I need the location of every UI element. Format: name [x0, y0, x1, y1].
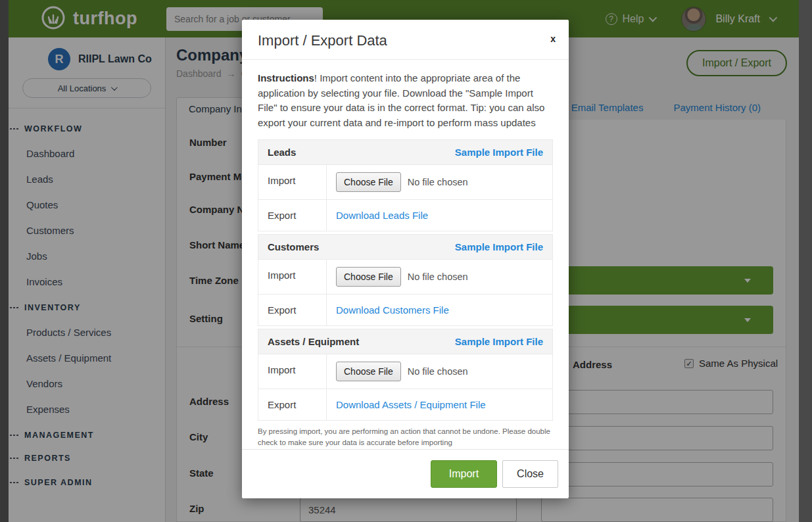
assets-import-export-table: Assets / Equipment Sample Import File Im… — [258, 329, 553, 421]
modal-import-button[interactable]: Import — [431, 460, 497, 488]
assets-no-file-chosen: No file chosen — [408, 366, 468, 377]
close-icon[interactable]: x — [550, 34, 556, 43]
leads-no-file-chosen: No file chosen — [408, 177, 468, 187]
modal-instructions: Instructions! Import content into the ap… — [258, 71, 553, 130]
import-export-modal: Import / Export Data x Instructions! Imp… — [242, 20, 569, 498]
leads-choose-file-button[interactable]: Choose File — [336, 172, 401, 192]
customers-sample-import-file-link[interactable]: Sample Import File — [455, 241, 543, 252]
leads-export-label: Export — [258, 200, 327, 231]
customers-export-label: Export — [258, 295, 327, 325]
customers-import-export-table: Customers Sample Import File Import Choo… — [258, 234, 553, 326]
download-customers-file-link[interactable]: Download Customers File — [336, 304, 449, 316]
leads-sample-import-file-link[interactable]: Sample Import File — [455, 147, 543, 158]
customers-import-label: Import — [258, 260, 327, 294]
modal-close-button[interactable]: Close — [502, 460, 558, 488]
assets-import-label: Import — [258, 354, 327, 389]
modal-title: Import / Export Data — [258, 32, 553, 49]
assets-section-title: Assets / Equipment — [268, 336, 359, 347]
assets-export-label: Export — [258, 389, 327, 420]
customers-no-file-chosen: No file chosen — [408, 272, 468, 282]
assets-sample-import-file-link[interactable]: Sample Import File — [455, 336, 543, 347]
instructions-lead: Instructions — [258, 72, 314, 83]
assets-choose-file-button[interactable]: Choose File — [336, 362, 401, 381]
leads-import-export-table: Leads Sample Import File Import Choose F… — [258, 139, 553, 231]
leads-import-label: Import — [258, 165, 327, 199]
download-leads-file-link[interactable]: Download Leads File — [336, 210, 428, 221]
customers-choose-file-button[interactable]: Choose File — [336, 267, 401, 287]
leads-section-title: Leads — [268, 147, 296, 158]
download-assets-file-link[interactable]: Download Assets / Equipment File — [336, 399, 486, 410]
import-warning-text: By pressing import, you are performing a… — [258, 426, 553, 448]
customers-section-title: Customers — [268, 241, 319, 252]
